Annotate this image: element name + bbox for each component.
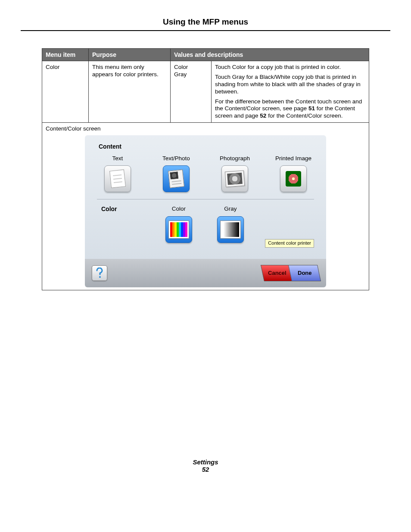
content-option-text: Text: [97, 155, 138, 193]
content-row: Text Text/Photo Photograph: [94, 155, 317, 193]
help-button[interactable]: [92, 265, 107, 281]
color-option-gray: Gray: [213, 205, 248, 243]
color-option-color-label: Color: [162, 205, 196, 213]
info-table: Menu item Purpose Values and description…: [42, 48, 369, 290]
desc-pg51: 51: [308, 105, 315, 112]
done-button[interactable]: Done: [288, 265, 321, 281]
footer-section: Settings: [21, 458, 390, 466]
value-color: Color: [174, 64, 208, 71]
page-icon: [109, 170, 126, 188]
content-button-text[interactable]: [104, 165, 131, 192]
help-icon: [95, 268, 104, 279]
cell-menu-item: Color: [42, 61, 89, 123]
cancel-label: Cancel: [268, 270, 286, 277]
photograph-icon: [225, 171, 245, 187]
tooltip: Content color printer: [265, 239, 314, 248]
content-button-textphoto[interactable]: [163, 165, 190, 192]
cell-values: Color Gray: [171, 61, 212, 123]
grayscale-icon: [221, 221, 240, 238]
desc-p2: Touch Gray for a Black/White copy job th…: [215, 74, 365, 96]
content-option-textphoto-label: Text/Photo: [156, 155, 197, 162]
desc-p1: Touch Color for a copy job that is print…: [215, 64, 365, 71]
flower-icon: [285, 170, 302, 187]
th-purpose: Purpose: [89, 49, 171, 61]
value-gray: Gray: [174, 71, 208, 78]
color-option-gray-label: Gray: [213, 205, 248, 213]
color-option-color: Color: [162, 205, 196, 243]
color-button-gray[interactable]: [217, 216, 244, 243]
desc-p3: For the difference between the Content t…: [215, 98, 365, 120]
touchscreen-footer: Cancel Done: [85, 259, 326, 287]
spectrum-icon: [169, 221, 189, 238]
divider: [97, 199, 314, 199]
title-rule: [21, 30, 390, 31]
page-footer: Settings 52: [21, 458, 390, 473]
cell-purpose: This menu item only appears for color pr…: [89, 61, 171, 123]
th-values-desc: Values and descriptions: [171, 49, 369, 61]
content-button-photograph[interactable]: [221, 165, 248, 192]
content-option-textphoto: Text/Photo: [156, 155, 197, 193]
content-option-photograph-label: Photograph: [214, 155, 255, 162]
text-photo-icon: [168, 170, 184, 188]
done-label: Done: [298, 270, 312, 277]
screen-label: Content/Color screen: [46, 125, 365, 133]
screen-cell: Content/Color screen Content Text Text/P…: [42, 123, 369, 290]
color-button-color[interactable]: [165, 216, 192, 243]
cell-desc: Touch Color for a copy job that is print…: [212, 61, 369, 123]
touchscreen-upper: Content Text Text/Photo: [85, 135, 326, 259]
footer-page-number: 52: [21, 466, 390, 473]
content-option-text-label: Text: [97, 155, 138, 162]
page-title: Using the MFP menus: [21, 17, 390, 27]
footer-buttons: Cancel Done: [262, 265, 319, 281]
content-option-photograph: Photograph: [214, 155, 255, 193]
th-menu-item: Menu item: [42, 49, 89, 61]
content-button-printedimage[interactable]: [280, 165, 307, 192]
content-option-printedimage-label: Printed Image: [273, 155, 314, 162]
svg-point-0: [99, 276, 101, 278]
content-group-title: Content: [99, 143, 317, 151]
color-group-title: Color: [101, 205, 144, 213]
content-option-printedimage: Printed Image: [273, 155, 314, 193]
color-row: Color Color Gray: [94, 205, 317, 248]
desc-p3c: for the Content/Color screen.: [266, 112, 342, 119]
touchscreen-panel: Content Text Text/Photo: [85, 135, 326, 287]
desc-pg52: 52: [260, 112, 266, 119]
